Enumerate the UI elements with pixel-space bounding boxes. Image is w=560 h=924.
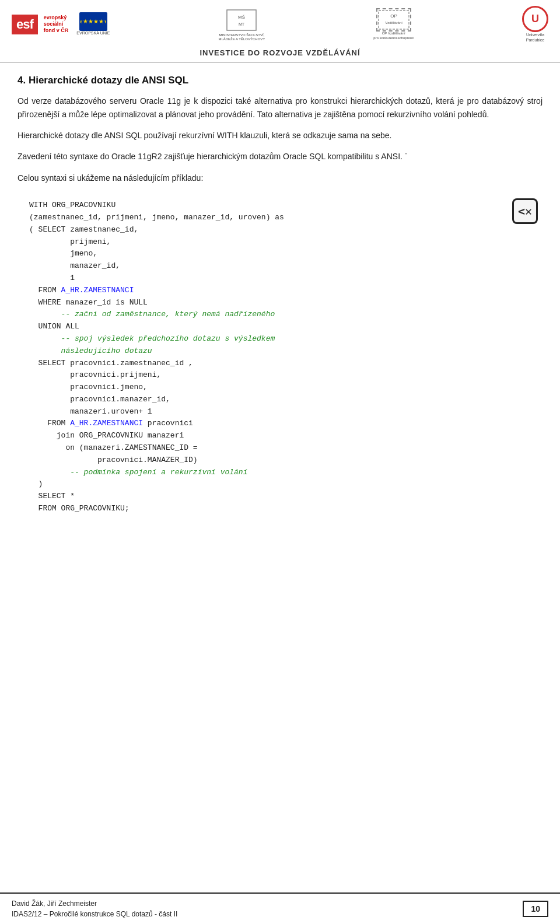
paragraph-1: Od verze databázového serveru Oracle 11g… [18,94,542,121]
code-line-1: WITH ORG_PRACOVNIKU (zamestnanec_id, pri… [29,201,284,513]
section-title: 4. Hierarchické dotazy dle ANSI SQL [18,75,542,86]
op-icon: OP Vzdělávání [377,9,410,30]
msmt-icon: MŠ MT [224,7,259,33]
svg-text:MT: MT [239,22,245,26]
paragraph-3: Zavedení této syntaxe do Oracle 11gR2 za… [18,150,542,163]
header-subtitle: INVESTICE DO ROZVOJE VZDĚLÁVÁNÍ [200,48,360,57]
paragraph-2: Hierarchické dotazy dle ANSI SQL používa… [18,129,542,142]
code-block: WITH ORG_PRACOVNIKU (zamestnanec_id, pri… [18,194,542,521]
esf-title: evropskýsociálnífond v ČR [44,15,69,33]
eu-label: EVROPSKÁ UNIE [76,31,110,36]
svg-text:MŠ: MŠ [238,15,245,20]
code-block-wrapper: WITH ORG_PRACOVNIKU (zamestnanec_id, pri… [18,194,542,521]
svg-rect-2 [227,10,256,30]
logo-bar: esf evropskýsociálnífond v ČR ★★★★★★ EVR… [12,6,548,43]
logo-esf-group: esf evropskýsociálnífond v ČR ★★★★★★ EVR… [12,12,110,36]
paragraph-4: Celou syntaxi si ukážeme na následujícím… [18,172,542,184]
svg-text:OP: OP [390,13,397,19]
msmt-label: MINISTERSTVO ŠKOLSTVÍ,MLÁDEŽE A TĚLOVÝCH… [218,33,265,41]
op-box: OP Vzdělávání [376,8,411,32]
page-footer: David Žák, Jiří Zechmeister IDAS2/12 – P… [0,892,560,924]
univ-label: UniverzitaPardubice [526,32,545,43]
svg-text:Vzdělávání: Vzdělávání [385,21,402,24]
logo-university: U UniverzitaPardubice [522,6,548,43]
esf-box: esf [12,15,38,34]
op-label: OP Vzdělávánípro konkurenceschopnost [373,32,414,41]
delete-icon: <✕ [518,204,532,218]
footer-course: IDAS2/12 – Pokročilé konstrukce SQL dota… [12,909,523,919]
footer-author: David Žák, Jiří Zechmeister [12,898,523,909]
logo-msmt: MŠ MT MINISTERSTVO ŠKOLSTVÍ,MLÁDEŽE A TĚ… [218,7,265,41]
page-header: esf evropskýsociálnífond v ČR ★★★★★★ EVR… [0,0,560,63]
svg-text:★★★★★★: ★★★★★★ [80,18,106,24]
eu-logo: ★★★★★★ EVROPSKÁ UNIE [76,12,110,36]
footer-page-number: 10 [523,901,548,917]
footer-left: David Žák, Jiří Zechmeister IDAS2/12 – P… [12,898,523,919]
main-content: 4. Hierarchické dotazy dle ANSI SQL Od v… [0,63,560,577]
univ-circle: U [522,6,548,32]
eu-flag: ★★★★★★ [79,12,107,31]
logo-esf: esf evropskýsociálnífond v ČR [12,15,68,34]
logo-op: OP Vzdělávání OP Vzdělávánípro konkurenc… [373,8,414,41]
delete-button[interactable]: <✕ [512,198,538,224]
